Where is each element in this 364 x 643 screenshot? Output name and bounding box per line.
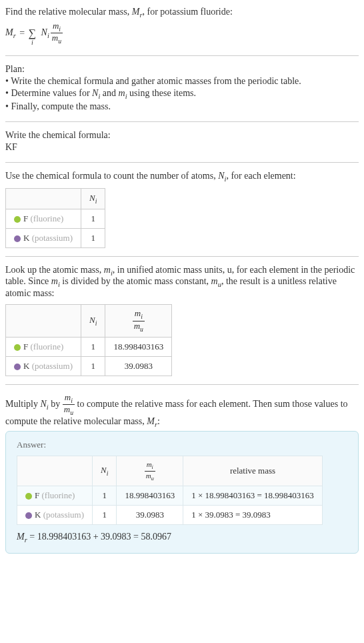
relmass-calc-k: 1 × 39.0983 = 39.0983 [183,505,323,524]
table-row: F (fluorine) 1 18.998403163 [6,337,172,356]
element-cell-k: K (potassium) [17,505,93,524]
ni-value-k: 1 [93,505,117,524]
table-row: K (potassium) 1 39.0983 [6,356,172,376]
table-row: K (potassium) 1 [6,228,105,247]
count-atoms-section: Use the chemical formula to count the nu… [5,171,359,256]
lookup-mass-text: Look up the atomic mass, mi, in unified … [5,265,359,299]
mass-value-f: 18.998403163 [117,486,183,505]
write-formula-section: Write the chemical formula: KF [5,130,359,163]
table-header-row: Ni mimu [6,305,172,338]
table-row: K (potassium) 1 39.0983 1 × 39.0983 = 39… [17,505,323,524]
write-formula-title: Write the chemical formula: [5,130,359,141]
ni-value-f: 1 [81,209,105,228]
element-cell-f: F (fluorine) [6,337,81,356]
plan-title: Plan: [5,64,359,75]
element-cell-f: F (fluorine) [17,486,93,505]
chemical-formula: KF [5,142,359,153]
col-mi-mu: mimu [105,305,172,338]
intro-section: Find the relative molecular mass, Mr, fo… [5,7,359,56]
ni-value-f: 1 [81,337,105,356]
intro-text-pre: Find the relative molecular mass, [5,7,132,17]
fluorine-dot-icon [14,216,21,223]
count-atoms-intro: Use the chemical formula to count the nu… [5,171,359,183]
table-row: F (fluorine) 1 18.998403163 1 × 18.99840… [17,486,323,505]
col-ni: Ni [81,305,105,338]
ni-value-k: 1 [81,356,105,376]
potassium-dot-icon [14,364,21,370]
table-header-row: Ni [6,189,105,209]
col-relative-mass: relative mass [183,456,323,486]
mass-value-k: 39.0983 [117,505,183,524]
atomic-mass-table: Ni mimu F (fluorine) 1 18.998403163 K (p… [5,304,172,376]
mr-formula: Mr = ∑i Ni mi mu [5,21,359,45]
mr-symbol: Mr [132,7,143,17]
sigma-icon: ∑i [29,27,36,39]
fraction-mi-mu: mi mu [51,21,63,45]
potassium-dot-icon [14,235,21,242]
mass-value-k: 39.0983 [105,356,172,376]
atom-count-table: Ni F (fluorine) 1 K (potassium) 1 [5,188,105,248]
table-header-row: Ni mimu relative mass [17,456,323,486]
final-result: Mr = 18.998403163 + 39.0983 = 58.0967 [17,532,347,544]
lookup-mass-section: Look up the atomic mass, mi, in unified … [5,265,359,385]
element-cell-k: K (potassium) [6,228,81,247]
col-ni: Ni [93,456,117,486]
answer-table: Ni mimu relative mass F (fluorine) 1 18.… [17,456,323,525]
answer-box: Answer: Ni mimu relative mass F (fluorin… [5,431,359,553]
ni-value-k: 1 [81,228,105,247]
plan-bullet-2: • Determine values for Ni and mi using t… [5,88,359,100]
answer-label: Answer: [17,440,347,450]
element-cell-k: K (potassium) [6,356,81,376]
col-mi-mu: mimu [117,456,183,486]
ni-value-f: 1 [93,486,117,505]
plan-section: Plan: • Write the chemical formula and g… [5,64,359,122]
plan-bullet-1: • Write the chemical formula and gather … [5,76,359,87]
relmass-calc-f: 1 × 18.998403163 = 18.998403163 [183,486,323,505]
potassium-dot-icon [25,512,32,519]
intro-text-post: , for potassium fluoride: [143,7,233,17]
answer-section: Multiply Ni by mimu to compute the relat… [5,393,359,562]
multiply-text: Multiply Ni by mimu to compute the relat… [5,393,359,428]
intro-line: Find the relative molecular mass, Mr, fo… [5,7,359,19]
table-row: F (fluorine) 1 [6,209,105,228]
fluorine-dot-icon [14,344,21,351]
col-ni: Ni [81,189,105,209]
fluorine-dot-icon [25,493,32,500]
mass-value-f: 18.998403163 [105,337,172,356]
element-cell-f: F (fluorine) [6,209,81,228]
plan-bullet-3: • Finally, compute the mass. [5,101,359,112]
